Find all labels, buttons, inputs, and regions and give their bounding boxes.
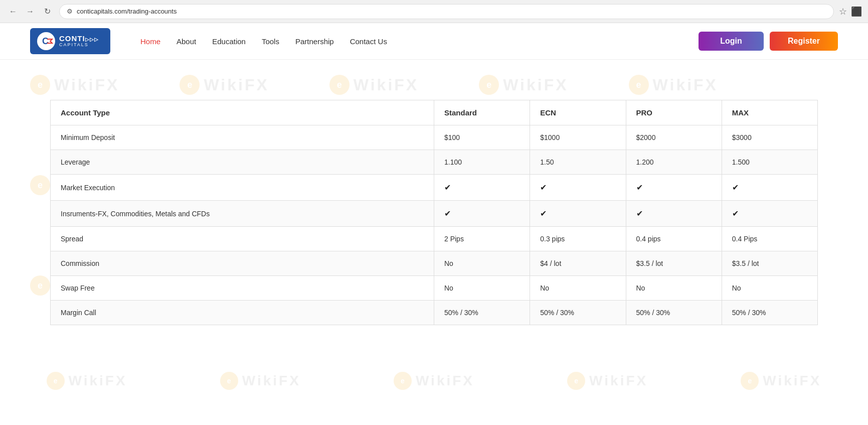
row-value: 1.500 bbox=[722, 150, 817, 175]
row-value: 0.4 pips bbox=[626, 227, 722, 251]
row-label: Swap Free bbox=[51, 276, 434, 301]
checkmark-icon: ✔ bbox=[540, 183, 547, 192]
row-label: Leverage bbox=[51, 150, 434, 175]
bookmark-icon[interactable]: ☆ bbox=[839, 6, 847, 17]
row-value: 50% / 30% bbox=[530, 301, 626, 325]
row-value: 2 Pips bbox=[434, 227, 530, 251]
table-row: Leverage1.1001.501.2001.500 bbox=[51, 150, 818, 175]
svg-text:C: C bbox=[42, 36, 49, 46]
row-value: $3.5 / lot bbox=[626, 251, 722, 276]
row-value: ✔ bbox=[530, 201, 626, 227]
row-value: ✔ bbox=[434, 175, 530, 201]
security-icon: ⚙ bbox=[67, 8, 73, 15]
extensions-icon[interactable]: ⬛ bbox=[851, 6, 862, 17]
logo-name: CONTI▷▷▷ bbox=[59, 35, 99, 43]
row-label: Insruments-FX, Commodities, Metals and C… bbox=[51, 201, 434, 227]
row-value: 1.50 bbox=[530, 150, 626, 175]
row-value: $2000 bbox=[626, 125, 722, 150]
logo-sub: CAPITALS bbox=[59, 43, 99, 48]
footer-watermark: eWikiFX eWikiFX eWikiFX eWikiFX eWikiFX bbox=[0, 361, 868, 401]
url-text: conticapitals.com/trading-accounts bbox=[77, 8, 826, 15]
row-value: ✔ bbox=[722, 175, 817, 201]
row-label: Minimum Deposit bbox=[51, 125, 434, 150]
row-value: ✔ bbox=[434, 201, 530, 227]
nav-menu: Home About Education Tools Partnership C… bbox=[140, 37, 699, 46]
register-button[interactable]: Register bbox=[770, 32, 838, 51]
row-value: 50% / 30% bbox=[722, 301, 817, 325]
row-value: ✔ bbox=[626, 201, 722, 227]
row-value: ✔ bbox=[722, 201, 817, 227]
row-value: 0.3 pips bbox=[530, 227, 626, 251]
logo-icon: C bbox=[37, 32, 55, 50]
row-value: No bbox=[434, 276, 530, 301]
row-label: Market Execution bbox=[51, 175, 434, 201]
table-row: Market Execution✔✔✔✔ bbox=[51, 175, 818, 201]
browser-actions: ☆ ⬛ bbox=[839, 6, 862, 17]
col-header-ecn: ECN bbox=[530, 100, 626, 125]
row-value: 1.200 bbox=[626, 150, 722, 175]
checkmark-icon: ✔ bbox=[732, 183, 739, 192]
logo-box: C CONTI▷▷▷ CAPITALS bbox=[30, 28, 110, 54]
table-row: Insruments-FX, Commodities, Metals and C… bbox=[51, 201, 818, 227]
accounts-table: Account Type Standard ECN PRO MAX Minimu… bbox=[50, 100, 818, 325]
checkmark-icon: ✔ bbox=[444, 209, 451, 218]
col-header-pro: PRO bbox=[626, 100, 722, 125]
row-value: 50% / 30% bbox=[434, 301, 530, 325]
row-value: No bbox=[434, 251, 530, 276]
header-buttons: Login Register bbox=[699, 32, 838, 51]
table-row: Spread2 Pips0.3 pips0.4 pips0.4 Pips bbox=[51, 227, 818, 251]
nav-item-partnership[interactable]: Partnership bbox=[295, 37, 334, 46]
row-value: ✔ bbox=[626, 175, 722, 201]
login-button[interactable]: Login bbox=[699, 32, 764, 51]
row-value: $4 / lot bbox=[530, 251, 626, 276]
row-value: $100 bbox=[434, 125, 530, 150]
back-button[interactable]: ← bbox=[6, 5, 20, 19]
nav-buttons: ← → ↻ bbox=[6, 5, 54, 19]
checkmark-icon: ✔ bbox=[540, 209, 547, 218]
main-content: eWikiFX eWikiFX eWikiFX eWikiFX eWikiFX … bbox=[0, 60, 868, 361]
row-value: $3.5 / lot bbox=[722, 251, 817, 276]
row-label: Commission bbox=[51, 251, 434, 276]
col-header-account-type: Account Type bbox=[51, 100, 434, 125]
row-value: No bbox=[530, 276, 626, 301]
table-row: CommissionNo$4 / lot$3.5 / lot$3.5 / lot bbox=[51, 251, 818, 276]
row-value: No bbox=[722, 276, 817, 301]
logo-container: C CONTI▷▷▷ CAPITALS bbox=[30, 28, 110, 54]
site-header: C CONTI▷▷▷ CAPITALS Home About Education… bbox=[0, 23, 868, 60]
row-value: $1000 bbox=[530, 125, 626, 150]
col-header-standard: Standard bbox=[434, 100, 530, 125]
address-bar[interactable]: ⚙ conticapitals.com/trading-accounts bbox=[59, 4, 834, 19]
nav-item-education[interactable]: Education bbox=[212, 37, 246, 46]
col-header-max: MAX bbox=[722, 100, 817, 125]
refresh-button[interactable]: ↻ bbox=[40, 5, 54, 19]
checkmark-icon: ✔ bbox=[636, 183, 643, 192]
row-value: $3000 bbox=[722, 125, 817, 150]
row-value: 0.4 Pips bbox=[722, 227, 817, 251]
table-row: Minimum Deposit$100$1000$2000$3000 bbox=[51, 125, 818, 150]
nav-item-home[interactable]: Home bbox=[140, 37, 160, 46]
table-row: Margin Call50% / 30%50% / 30%50% / 30%50… bbox=[51, 301, 818, 325]
forward-button[interactable]: → bbox=[23, 5, 37, 19]
row-label: Margin Call bbox=[51, 301, 434, 325]
nav-item-about[interactable]: About bbox=[177, 37, 196, 46]
row-value: ✔ bbox=[530, 175, 626, 201]
checkmark-icon: ✔ bbox=[732, 209, 739, 218]
accounts-table-container: Account Type Standard ECN PRO MAX Minimu… bbox=[50, 100, 818, 325]
row-value: No bbox=[626, 276, 722, 301]
row-value: 1.100 bbox=[434, 150, 530, 175]
table-row: Swap FreeNoNoNoNo bbox=[51, 276, 818, 301]
nav-item-contact[interactable]: Contact Us bbox=[350, 37, 387, 46]
checkmark-icon: ✔ bbox=[636, 209, 643, 218]
row-label: Spread bbox=[51, 227, 434, 251]
logo-text: CONTI▷▷▷ CAPITALS bbox=[59, 35, 99, 48]
nav-item-tools[interactable]: Tools bbox=[262, 37, 279, 46]
browser-chrome: ← → ↻ ⚙ conticapitals.com/trading-accoun… bbox=[0, 0, 868, 23]
row-value: 50% / 30% bbox=[626, 301, 722, 325]
checkmark-icon: ✔ bbox=[444, 183, 451, 192]
